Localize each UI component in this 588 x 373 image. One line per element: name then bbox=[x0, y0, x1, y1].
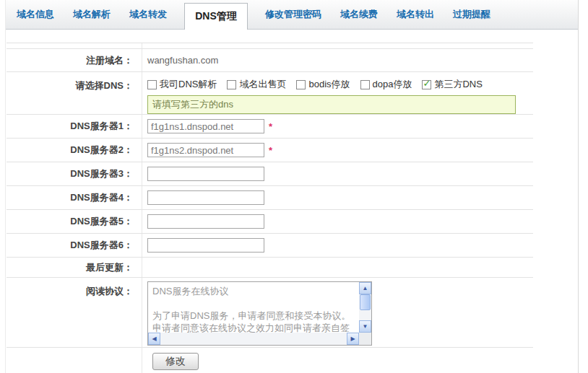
last-update-label: 最后更新： bbox=[7, 258, 142, 277]
checkbox-third-party-dns[interactable]: ✓ 第三方DNS bbox=[422, 78, 482, 91]
checkbox-label: dopa停放 bbox=[373, 78, 412, 91]
scroll-right-button[interactable]: ▶ bbox=[347, 333, 359, 345]
tab-bar: 域名信息 域名解析 域名转发 DNS管理 修改管理密码 域名续费 域名转出 过期… bbox=[6, 0, 578, 30]
checkbox-domain-sale-page[interactable]: 域名出售页 bbox=[227, 78, 286, 91]
dns-server-5-label: DNS服务器5： bbox=[7, 210, 142, 233]
dns-server-4-label: DNS服务器4： bbox=[7, 186, 142, 209]
checkbox-bodis-parking[interactable]: bodis停放 bbox=[296, 78, 350, 91]
checkbox-icon[interactable] bbox=[360, 80, 370, 89]
row-registered-domain: 注册域名： wangfushan.com bbox=[7, 49, 533, 72]
dns-server-5-input[interactable] bbox=[147, 214, 264, 229]
tab-domain-transfer-out[interactable]: 域名转出 bbox=[397, 0, 434, 29]
scroll-up-button[interactable]: ▲ bbox=[359, 282, 371, 294]
checkbox-icon[interactable] bbox=[147, 80, 157, 89]
tab-domain-renewal[interactable]: 域名续费 bbox=[340, 0, 378, 29]
required-asterisk: * bbox=[269, 121, 272, 132]
checkbox-label: 域名出售页 bbox=[239, 78, 286, 91]
arrow-up-icon: ▲ bbox=[363, 285, 368, 291]
row-dns-server-5: DNS服务器5： bbox=[7, 210, 533, 234]
checkbox-dopa-parking[interactable]: dopa停放 bbox=[360, 78, 412, 91]
vertical-scrollbar[interactable]: ▲ ▼ bbox=[359, 282, 371, 333]
page-container: 域名信息 域名解析 域名转发 DNS管理 修改管理密码 域名续费 域名转出 过期… bbox=[5, 0, 579, 373]
arrow-right-icon: ▶ bbox=[350, 335, 355, 342]
row-dns-server-2: DNS服务器2： * bbox=[7, 139, 533, 162]
dns-server-1-label: DNS服务器1： bbox=[7, 115, 142, 138]
arrow-down-icon: ▼ bbox=[363, 323, 368, 330]
arrow-left-icon: ◀ bbox=[152, 335, 156, 342]
modify-button[interactable]: 修改 bbox=[152, 353, 199, 370]
registered-domain-label: 注册域名： bbox=[7, 49, 142, 71]
row-dns-server-6: DNS服务器6： bbox=[7, 234, 533, 258]
dns-server-4-input[interactable] bbox=[147, 190, 264, 205]
agreement-text: DNS服务在线协议 为了申请DNS服务，申请者同意和接受本协议。 申请者同意该在… bbox=[148, 282, 359, 333]
dns-form-table: 注册域名： wangfushan.com 请选择DNS： 我司DNS解析 域名出… bbox=[7, 43, 533, 373]
horizontal-scrollbar[interactable]: ◀ ▶ bbox=[148, 333, 359, 345]
row-dns-server-4: DNS服务器4： bbox=[7, 186, 533, 210]
scroll-down-button[interactable]: ▼ bbox=[359, 320, 371, 333]
agreement-label: 阅读协议： bbox=[7, 278, 142, 347]
dns-server-6-label: DNS服务器6： bbox=[7, 234, 142, 257]
checkmark-icon: ✓ bbox=[423, 79, 431, 88]
tab-domain-forwarding[interactable]: 域名转发 bbox=[129, 0, 167, 29]
agreement-textarea[interactable]: DNS服务在线协议 为了申请DNS服务，申请者同意和接受本协议。 申请者同意该在… bbox=[147, 281, 372, 346]
row-dns-server-3: DNS服务器3： bbox=[7, 162, 533, 186]
checkbox-icon[interactable] bbox=[296, 80, 306, 89]
row-agreement: 阅读协议： DNS服务在线协议 为了申请DNS服务，申请者同意和接受本协议。 申… bbox=[7, 278, 533, 348]
row-submit: 修改 bbox=[7, 348, 533, 373]
dns-server-1-input[interactable] bbox=[147, 119, 264, 133]
dns-choice-label: 请选择DNS： bbox=[7, 72, 142, 114]
scrollbar-corner bbox=[359, 333, 371, 345]
checkbox-label: 我司DNS解析 bbox=[160, 78, 217, 91]
scroll-left-button[interactable]: ◀ bbox=[148, 333, 160, 345]
tab-domain-resolution[interactable]: 域名解析 bbox=[73, 0, 111, 29]
checkbox-our-dns-resolution[interactable]: 我司DNS解析 bbox=[147, 78, 217, 91]
tab-expiry-reminder[interactable]: 过期提醒 bbox=[453, 0, 490, 29]
dns-server-3-input[interactable] bbox=[147, 167, 264, 181]
tab-change-password[interactable]: 修改管理密码 bbox=[265, 0, 321, 29]
dns-server-3-label: DNS服务器3： bbox=[7, 162, 142, 185]
dns-hint-message: 请填写第三方的dns bbox=[147, 95, 516, 114]
dns-server-6-input[interactable] bbox=[147, 238, 264, 253]
required-asterisk: * bbox=[269, 145, 272, 156]
tab-dns-management[interactable]: DNS管理 bbox=[184, 3, 248, 30]
row-dns-choice: 请选择DNS： 我司DNS解析 域名出售页 bodis停放 bbox=[7, 72, 533, 115]
vertical-scroll-thumb[interactable] bbox=[360, 294, 371, 310]
row-last-update: 最后更新： bbox=[7, 258, 533, 278]
dns-server-2-input[interactable] bbox=[147, 143, 264, 157]
registered-domain-value: wangfushan.com bbox=[142, 49, 533, 71]
row-dns-server-1: DNS服务器1： * bbox=[7, 115, 533, 139]
checkbox-label: 第三方DNS bbox=[434, 78, 482, 91]
tab-domain-info[interactable]: 域名信息 bbox=[17, 0, 54, 29]
dns-server-2-label: DNS服务器2： bbox=[7, 139, 142, 162]
checkbox-checked-icon[interactable]: ✓ bbox=[422, 80, 431, 89]
dns-choice-options: 我司DNS解析 域名出售页 bodis停放 dopa停放 bbox=[147, 78, 493, 91]
checkbox-icon[interactable] bbox=[227, 80, 236, 89]
checkbox-label: bodis停放 bbox=[308, 78, 350, 91]
table-header-strip bbox=[7, 43, 533, 49]
last-update-value bbox=[142, 258, 533, 277]
